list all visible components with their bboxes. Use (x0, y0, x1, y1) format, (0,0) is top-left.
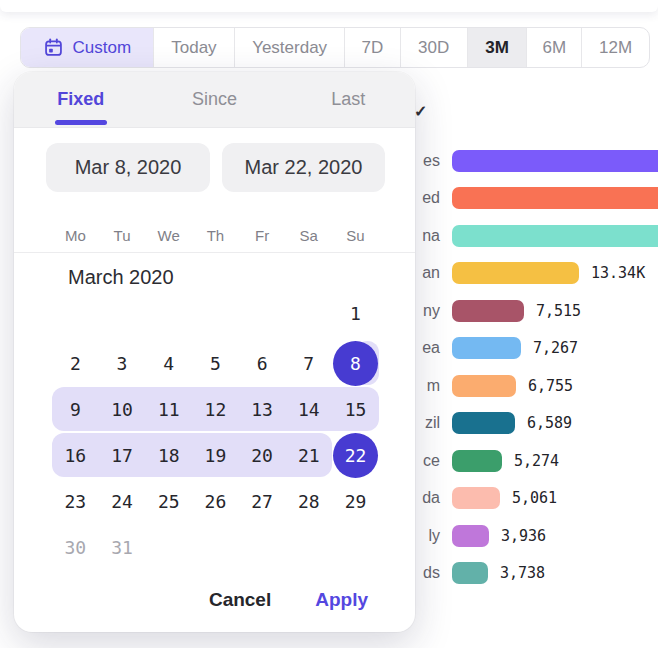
tab-fixed[interactable]: Fixed (14, 72, 148, 127)
category-label: an (422, 264, 440, 282)
cancel-button[interactable]: Cancel (209, 589, 271, 611)
tab-since[interactable]: Since (148, 72, 282, 127)
month-title: March 2020 (68, 266, 174, 289)
bar-value-label: 6,755 (528, 377, 573, 395)
bar[interactable] (452, 262, 579, 284)
bar[interactable] (452, 487, 500, 509)
date-picker-popup: FixedSinceLast Mar 8, 2020 Mar 22, 2020 … (14, 72, 415, 632)
day-9[interactable]: 9 (53, 387, 98, 432)
day-21[interactable]: 21 (286, 433, 331, 478)
weekday-fr: Fr (255, 227, 269, 244)
weekday-tu: Tu (114, 227, 131, 244)
day-5[interactable]: 5 (193, 341, 238, 386)
range-yesterday-button[interactable]: Yesterday (235, 28, 345, 67)
day-7[interactable]: 7 (286, 341, 331, 386)
bar[interactable] (452, 337, 521, 359)
bar[interactable] (452, 450, 502, 472)
day-30[interactable]: 30 (53, 525, 98, 570)
range-custom-button[interactable]: Custom (21, 28, 154, 67)
day-1[interactable]: 1 (333, 291, 378, 336)
day-6[interactable]: 6 (240, 341, 285, 386)
bar[interactable] (452, 375, 516, 397)
day-14[interactable]: 14 (286, 387, 331, 432)
day-13[interactable]: 13 (240, 387, 285, 432)
active-tab-underline (55, 120, 107, 125)
day-8[interactable]: 8 (333, 341, 378, 386)
range-12m-label: 12M (599, 38, 632, 58)
day-24[interactable]: 24 (100, 479, 145, 524)
top-panel-edge (0, 0, 658, 12)
day-2[interactable]: 2 (53, 341, 98, 386)
day-28[interactable]: 28 (286, 479, 331, 524)
bar[interactable] (452, 412, 515, 434)
weekday-header-row: MoTuWeThFrSaSu (52, 222, 379, 248)
empty-day-cell (333, 525, 378, 570)
week-row: 1 (52, 290, 379, 336)
weekday-we: We (158, 227, 180, 244)
category-label: na (422, 227, 440, 245)
bar[interactable] (452, 300, 524, 322)
day-17[interactable]: 17 (100, 433, 145, 478)
day-26[interactable]: 26 (193, 479, 238, 524)
day-23[interactable]: 23 (53, 479, 98, 524)
tab-last[interactable]: Last (281, 72, 415, 127)
category-label: ea (422, 339, 440, 357)
apply-button[interactable]: Apply (315, 589, 368, 611)
bar[interactable] (452, 225, 658, 247)
bar[interactable] (452, 525, 489, 547)
empty-day-cell (240, 525, 285, 570)
week-row: 9101112131415 (52, 386, 379, 432)
bar[interactable] (452, 150, 658, 172)
range-6m-button[interactable]: 6M (527, 28, 582, 67)
category-label: ed (422, 189, 440, 207)
day-18[interactable]: 18 (146, 433, 191, 478)
range-3m-label: 3M (485, 38, 509, 58)
empty-day-cell (146, 291, 191, 336)
day-25[interactable]: 25 (146, 479, 191, 524)
range-custom-label: Custom (73, 38, 132, 58)
divider (14, 252, 415, 253)
day-16[interactable]: 16 (53, 433, 98, 478)
range-today-label: Today (171, 38, 216, 58)
range-30d-button[interactable]: 30D (401, 28, 468, 67)
week-row: 16171819202122 (52, 432, 379, 478)
day-12[interactable]: 12 (193, 387, 238, 432)
popup-actions: Cancel Apply (209, 584, 368, 616)
range-today-button[interactable]: Today (154, 28, 236, 67)
day-31[interactable]: 31 (100, 525, 145, 570)
day-4[interactable]: 4 (146, 341, 191, 386)
day-3[interactable]: 3 (100, 341, 145, 386)
bar[interactable] (452, 562, 488, 584)
bar-value-label: 7,267 (533, 339, 578, 357)
category-label: es (423, 152, 440, 170)
bar-value-label: 3,936 (501, 527, 546, 545)
category-label: ce (423, 452, 440, 470)
bar-value-label: 13.34K (591, 264, 645, 282)
empty-day-cell (193, 525, 238, 570)
day-11[interactable]: 11 (146, 387, 191, 432)
bar-value-label: 7,515 (536, 302, 581, 320)
end-date-input[interactable]: Mar 22, 2020 (222, 143, 385, 192)
bar-value-label: 5,274 (514, 452, 559, 470)
empty-day-cell (240, 291, 285, 336)
day-20[interactable]: 20 (240, 433, 285, 478)
range-3m-button[interactable]: 3M (468, 28, 528, 67)
bar-value-label: 6,589 (527, 414, 572, 432)
day-22[interactable]: 22 (333, 433, 378, 478)
day-10[interactable]: 10 (100, 387, 145, 432)
day-15[interactable]: 15 (333, 387, 378, 432)
start-date-input[interactable]: Mar 8, 2020 (46, 143, 210, 192)
category-label: ds (423, 564, 440, 582)
range-yesterday-label: Yesterday (252, 38, 327, 58)
bar[interactable] (452, 187, 658, 209)
day-19[interactable]: 19 (193, 433, 238, 478)
range-12m-button[interactable]: 12M (582, 28, 649, 67)
category-label: m (427, 377, 440, 395)
weekday-su: Su (346, 227, 364, 244)
bar-value-label: 3,738 (500, 564, 545, 582)
day-29[interactable]: 29 (333, 479, 378, 524)
range-7d-button[interactable]: 7D (345, 28, 401, 67)
analytics-screen: esednaan13.34Kny7,515ea7,267m6,755zil6,5… (0, 0, 658, 648)
week-row: 3031 (52, 524, 379, 570)
day-27[interactable]: 27 (240, 479, 285, 524)
